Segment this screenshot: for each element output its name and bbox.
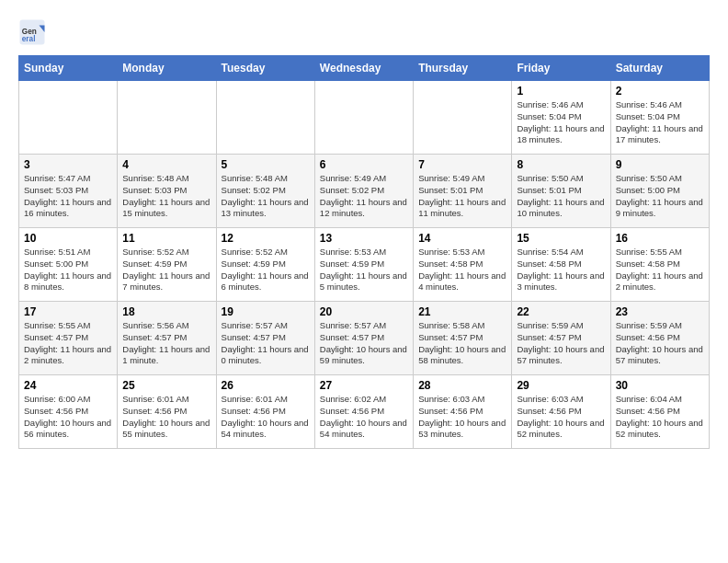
day-number: 10 xyxy=(24,232,112,245)
calendar-cell: 25Sunrise: 6:01 AM Sunset: 4:56 PM Dayli… xyxy=(118,375,216,449)
day-number: 28 xyxy=(418,379,506,392)
day-info: Sunrise: 6:00 AM Sunset: 4:56 PM Dayligh… xyxy=(24,394,112,441)
day-number: 3 xyxy=(24,158,112,171)
logo-icon: Gen eral xyxy=(18,18,46,46)
calendar-cell: 3Sunrise: 5:47 AM Sunset: 5:03 PM Daylig… xyxy=(19,155,118,228)
calendar-cell: 20Sunrise: 5:57 AM Sunset: 4:57 PM Dayli… xyxy=(314,302,413,375)
day-number: 22 xyxy=(517,305,605,318)
day-info: Sunrise: 5:53 AM Sunset: 4:58 PM Dayligh… xyxy=(418,247,506,293)
day-number: 23 xyxy=(616,305,704,318)
day-info: Sunrise: 5:57 AM Sunset: 4:57 PM Dayligh… xyxy=(222,320,310,367)
calendar-cell: 15Sunrise: 5:54 AM Sunset: 4:58 PM Dayli… xyxy=(512,228,610,302)
day-number: 17 xyxy=(24,305,112,318)
calendar-cell xyxy=(19,81,118,155)
calendar-header-friday: Friday xyxy=(512,56,610,81)
calendar-cell: 19Sunrise: 5:57 AM Sunset: 4:57 PM Dayli… xyxy=(216,302,314,375)
day-number: 8 xyxy=(517,158,605,171)
day-info: Sunrise: 5:53 AM Sunset: 4:59 PM Dayligh… xyxy=(320,247,408,293)
header: Gen eral xyxy=(18,18,710,46)
day-number: 4 xyxy=(122,158,210,171)
calendar-header-thursday: Thursday xyxy=(414,56,512,81)
day-number: 9 xyxy=(616,158,704,171)
day-number: 25 xyxy=(122,379,210,392)
calendar-cell: 29Sunrise: 6:03 AM Sunset: 4:56 PM Dayli… xyxy=(512,375,610,449)
day-number: 14 xyxy=(418,232,506,245)
day-info: Sunrise: 5:48 AM Sunset: 5:02 PM Dayligh… xyxy=(222,173,310,220)
calendar-header-row: SundayMondayTuesdayWednesdayThursdayFrid… xyxy=(19,56,710,81)
day-info: Sunrise: 5:55 AM Sunset: 4:57 PM Dayligh… xyxy=(24,320,112,367)
day-number: 30 xyxy=(616,379,704,392)
day-info: Sunrise: 5:59 AM Sunset: 4:56 PM Dayligh… xyxy=(616,320,704,367)
calendar-week-row: 24Sunrise: 6:00 AM Sunset: 4:56 PM Dayli… xyxy=(19,375,710,449)
day-number: 20 xyxy=(320,305,408,318)
calendar-cell: 5Sunrise: 5:48 AM Sunset: 5:02 PM Daylig… xyxy=(216,155,314,228)
day-info: Sunrise: 5:54 AM Sunset: 4:58 PM Dayligh… xyxy=(517,247,605,293)
day-info: Sunrise: 5:58 AM Sunset: 4:57 PM Dayligh… xyxy=(418,320,506,367)
calendar-cell: 10Sunrise: 5:51 AM Sunset: 5:00 PM Dayli… xyxy=(19,228,118,302)
calendar-cell: 2Sunrise: 5:46 AM Sunset: 5:04 PM Daylig… xyxy=(610,81,709,155)
day-info: Sunrise: 6:03 AM Sunset: 4:56 PM Dayligh… xyxy=(517,394,605,441)
day-number: 1 xyxy=(517,85,605,98)
day-info: Sunrise: 5:50 AM Sunset: 5:01 PM Dayligh… xyxy=(517,173,605,220)
calendar-cell: 11Sunrise: 5:52 AM Sunset: 4:59 PM Dayli… xyxy=(118,228,216,302)
calendar-cell xyxy=(216,81,314,155)
calendar-header-saturday: Saturday xyxy=(610,56,709,81)
calendar: SundayMondayTuesdayWednesdayThursdayFrid… xyxy=(18,55,710,449)
day-number: 26 xyxy=(222,379,310,392)
calendar-header-wednesday: Wednesday xyxy=(314,56,413,81)
calendar-cell: 27Sunrise: 6:02 AM Sunset: 4:56 PM Dayli… xyxy=(314,375,413,449)
day-number: 15 xyxy=(517,232,605,245)
calendar-cell: 9Sunrise: 5:50 AM Sunset: 5:00 PM Daylig… xyxy=(610,155,709,228)
day-number: 5 xyxy=(222,158,310,171)
calendar-week-row: 3Sunrise: 5:47 AM Sunset: 5:03 PM Daylig… xyxy=(19,155,710,228)
calendar-cell xyxy=(118,81,216,155)
calendar-cell: 4Sunrise: 5:48 AM Sunset: 5:03 PM Daylig… xyxy=(118,155,216,228)
calendar-week-row: 17Sunrise: 5:55 AM Sunset: 4:57 PM Dayli… xyxy=(19,302,710,375)
calendar-cell xyxy=(414,81,512,155)
calendar-cell: 28Sunrise: 6:03 AM Sunset: 4:56 PM Dayli… xyxy=(414,375,512,449)
day-info: Sunrise: 6:02 AM Sunset: 4:56 PM Dayligh… xyxy=(320,394,408,441)
day-info: Sunrise: 6:03 AM Sunset: 4:56 PM Dayligh… xyxy=(418,394,506,441)
day-number: 6 xyxy=(320,158,408,171)
calendar-cell: 14Sunrise: 5:53 AM Sunset: 4:58 PM Dayli… xyxy=(414,228,512,302)
day-info: Sunrise: 5:49 AM Sunset: 5:02 PM Dayligh… xyxy=(320,173,408,220)
calendar-cell: 1Sunrise: 5:46 AM Sunset: 5:04 PM Daylig… xyxy=(512,81,610,155)
day-info: Sunrise: 5:49 AM Sunset: 5:01 PM Dayligh… xyxy=(418,173,506,220)
calendar-cell: 13Sunrise: 5:53 AM Sunset: 4:59 PM Dayli… xyxy=(314,228,413,302)
calendar-cell: 16Sunrise: 5:55 AM Sunset: 4:58 PM Dayli… xyxy=(610,228,709,302)
day-number: 7 xyxy=(418,158,506,171)
calendar-cell: 23Sunrise: 5:59 AM Sunset: 4:56 PM Dayli… xyxy=(610,302,709,375)
day-info: Sunrise: 5:57 AM Sunset: 4:57 PM Dayligh… xyxy=(320,320,408,367)
calendar-cell xyxy=(314,81,413,155)
calendar-cell: 26Sunrise: 6:01 AM Sunset: 4:56 PM Dayli… xyxy=(216,375,314,449)
calendar-header-tuesday: Tuesday xyxy=(216,56,314,81)
calendar-header-sunday: Sunday xyxy=(19,56,118,81)
calendar-header-monday: Monday xyxy=(118,56,216,81)
day-info: Sunrise: 6:01 AM Sunset: 4:56 PM Dayligh… xyxy=(122,394,210,441)
day-info: Sunrise: 5:50 AM Sunset: 5:00 PM Dayligh… xyxy=(616,173,704,220)
day-info: Sunrise: 5:46 AM Sunset: 5:04 PM Dayligh… xyxy=(517,99,605,146)
day-info: Sunrise: 6:01 AM Sunset: 4:56 PM Dayligh… xyxy=(222,394,310,441)
day-info: Sunrise: 5:51 AM Sunset: 5:00 PM Dayligh… xyxy=(24,247,112,293)
day-info: Sunrise: 5:47 AM Sunset: 5:03 PM Dayligh… xyxy=(24,173,112,220)
day-info: Sunrise: 5:56 AM Sunset: 4:57 PM Dayligh… xyxy=(122,320,210,367)
day-number: 16 xyxy=(616,232,704,245)
calendar-cell: 18Sunrise: 5:56 AM Sunset: 4:57 PM Dayli… xyxy=(118,302,216,375)
day-info: Sunrise: 5:52 AM Sunset: 4:59 PM Dayligh… xyxy=(122,247,210,293)
logo: Gen eral xyxy=(18,18,50,46)
day-number: 29 xyxy=(517,379,605,392)
calendar-cell: 22Sunrise: 5:59 AM Sunset: 4:57 PM Dayli… xyxy=(512,302,610,375)
calendar-cell: 12Sunrise: 5:52 AM Sunset: 4:59 PM Dayli… xyxy=(216,228,314,302)
day-info: Sunrise: 5:52 AM Sunset: 4:59 PM Dayligh… xyxy=(222,247,310,293)
day-info: Sunrise: 5:48 AM Sunset: 5:03 PM Dayligh… xyxy=(122,173,210,220)
calendar-cell: 8Sunrise: 5:50 AM Sunset: 5:01 PM Daylig… xyxy=(512,155,610,228)
day-number: 18 xyxy=(122,305,210,318)
day-info: Sunrise: 5:46 AM Sunset: 5:04 PM Dayligh… xyxy=(616,99,704,146)
calendar-cell: 30Sunrise: 6:04 AM Sunset: 4:56 PM Dayli… xyxy=(610,375,709,449)
day-number: 13 xyxy=(320,232,408,245)
calendar-week-row: 1Sunrise: 5:46 AM Sunset: 5:04 PM Daylig… xyxy=(19,81,710,155)
svg-text:eral: eral xyxy=(22,35,36,43)
day-number: 11 xyxy=(122,232,210,245)
calendar-cell: 24Sunrise: 6:00 AM Sunset: 4:56 PM Dayli… xyxy=(19,375,118,449)
calendar-week-row: 10Sunrise: 5:51 AM Sunset: 5:00 PM Dayli… xyxy=(19,228,710,302)
